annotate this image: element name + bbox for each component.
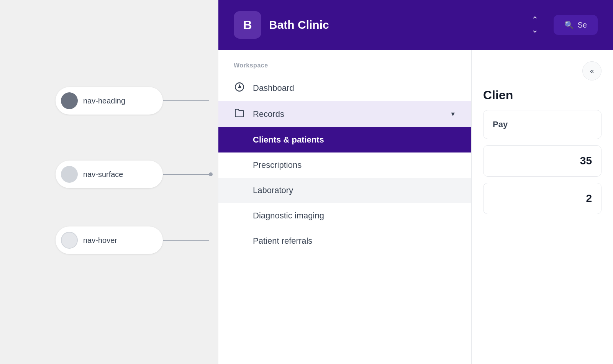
workspace-heading: Workspace bbox=[218, 50, 471, 75]
diagnostic-label: Diagnostic imaging bbox=[253, 211, 324, 220]
sidebar-item-records[interactable]: Records ▼ bbox=[218, 101, 471, 127]
nav-surface-dot bbox=[209, 172, 213, 176]
nav-surface-pill: nav-surface bbox=[56, 161, 163, 188]
prescriptions-label: Prescriptions bbox=[253, 160, 302, 170]
sidebar-item-dashboard[interactable]: Dashboard bbox=[218, 75, 471, 101]
submenu-item-diagnostic[interactable]: Diagnostic imaging bbox=[218, 203, 471, 228]
clinic-logo: B bbox=[234, 11, 261, 39]
panel-number1-section: 35 bbox=[483, 145, 602, 177]
app-container: B Bath Clinic ⌃⌄ 🔍 Se Workspace bbox=[218, 0, 613, 364]
nav-hover-pill: nav-hover bbox=[56, 226, 163, 254]
panel-title: Clien bbox=[483, 88, 602, 102]
clients-patients-label: Clients & patients bbox=[253, 135, 324, 144]
nav-heading-connector bbox=[163, 100, 209, 101]
nav-heading-circle bbox=[61, 92, 78, 109]
submenu-item-laboratory[interactable]: Laboratory bbox=[218, 178, 471, 203]
annotation-panel: nav-heading nav-surface nav-hover bbox=[0, 0, 218, 364]
nav-surface-label: nav-surface bbox=[83, 170, 123, 179]
submenu-item-prescriptions[interactable]: Prescriptions bbox=[218, 152, 471, 178]
app-body: Workspace Dashboard bbox=[218, 50, 613, 364]
sidebar: Workspace Dashboard bbox=[218, 50, 471, 364]
records-chevron-icon: ▼ bbox=[450, 111, 456, 118]
nav-surface-connector bbox=[163, 174, 209, 175]
clinic-name: Bath Clinic bbox=[269, 18, 531, 31]
panel-number2-section: 2 bbox=[483, 183, 602, 214]
search-icon: 🔍 bbox=[564, 20, 574, 30]
collapse-button[interactable]: « bbox=[582, 61, 602, 80]
panel-pay-section: Pay bbox=[483, 110, 602, 139]
referrals-label: Patient referrals bbox=[253, 236, 312, 246]
annotation-nav-hover: nav-hover bbox=[56, 226, 163, 254]
right-panel: « Clien Pay 35 2 bbox=[471, 50, 613, 364]
records-folder-icon bbox=[234, 108, 245, 120]
header-chevron-icon[interactable]: ⌃⌄ bbox=[531, 15, 538, 35]
number1-value: 35 bbox=[493, 155, 592, 167]
collapse-icon: « bbox=[590, 67, 594, 75]
dashboard-label: Dashboard bbox=[253, 83, 456, 93]
records-label: Records bbox=[253, 109, 442, 119]
app-header: B Bath Clinic ⌃⌄ 🔍 Se bbox=[218, 0, 613, 50]
nav-hover-label: nav-hover bbox=[83, 236, 117, 245]
nav-surface-circle bbox=[61, 166, 78, 183]
header-search[interactable]: 🔍 Se bbox=[554, 15, 598, 35]
nav-heading-pill: nav-heading bbox=[56, 87, 163, 115]
nav-hover-circle bbox=[61, 232, 78, 249]
records-submenu: Clients & patients Prescriptions Laborat… bbox=[218, 127, 471, 254]
pay-label: Pay bbox=[493, 120, 592, 130]
search-text: Se bbox=[578, 21, 587, 30]
number2-value: 2 bbox=[493, 192, 592, 205]
laboratory-label: Laboratory bbox=[253, 185, 293, 195]
nav-heading-label: nav-heading bbox=[83, 97, 125, 105]
nav-hover-connector bbox=[163, 240, 209, 241]
annotation-nav-heading: nav-heading bbox=[56, 87, 163, 115]
annotation-nav-surface: nav-surface bbox=[56, 161, 163, 188]
dashboard-icon bbox=[234, 82, 245, 94]
submenu-item-clients[interactable]: Clients & patients bbox=[218, 127, 471, 152]
submenu-item-referrals[interactable]: Patient referrals bbox=[218, 228, 471, 254]
